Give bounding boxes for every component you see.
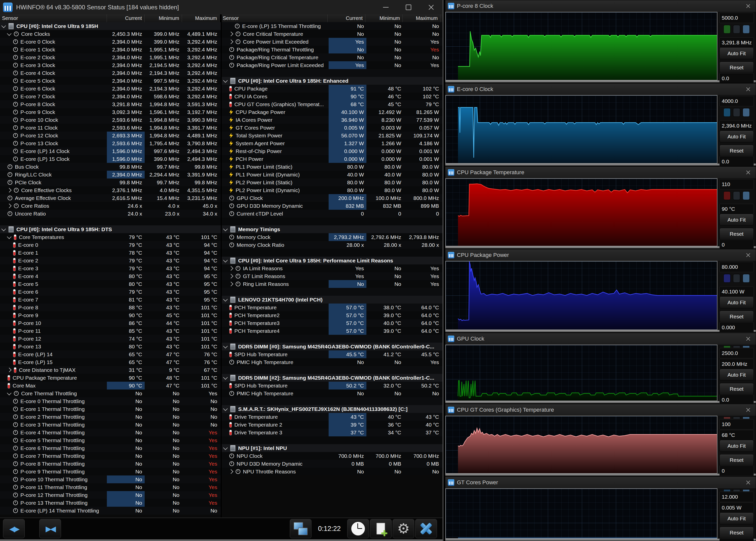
sensor-section-row[interactable]: CPU [#0]: Intel Core Ultra 9 185H: Enhan…	[222, 77, 443, 85]
sensor-row[interactable]: Core Effective Clocks2,376.1 MHz4.0 MHz4…	[0, 186, 221, 194]
chevron-down-icon[interactable]	[223, 78, 227, 83]
graph-color-swatch[interactable]	[723, 346, 731, 348]
report-button[interactable]	[370, 519, 392, 538]
sensor-row[interactable]: E-core 7 Thermal ThrottlingNoNoYes	[0, 452, 221, 460]
sensor-row[interactable]: Core Max90 °C47 °C101 °C	[0, 382, 221, 389]
sensor-row[interactable]: E-core 6 Thermal ThrottlingNoNoYes	[0, 444, 221, 452]
graph-color-swatch[interactable]	[743, 346, 750, 348]
graph-color-swatch[interactable]	[733, 417, 740, 419]
sensor-row[interactable]: GT Cores Power0.005 W0.003 W0.057 W	[222, 124, 443, 132]
sensor-row[interactable]: P-core 11 Thermal ThrottlingNoNoYes	[0, 483, 221, 491]
sensor-row[interactable]: E-core 2 Clock2,394.0 MHz1,995.1 MHz3,29…	[0, 53, 221, 61]
graph-color-swatch[interactable]	[733, 346, 740, 348]
graph-color-swatch[interactable]	[723, 274, 731, 282]
sensor-row[interactable]: PL2 Power Limit (Static)80.0 W80.0 W80.0…	[222, 179, 443, 186]
graph-color-swatch[interactable]	[723, 191, 731, 200]
sensor-row[interactable]: P-core 12 Thermal ThrottlingNoNoYes	[0, 491, 221, 499]
sensor-row[interactable]: E-core (LP) 15 Clock1,596.0 MHz399.0 MHz…	[0, 155, 221, 163]
reset-button[interactable]: Reset	[719, 383, 754, 395]
graph-color-swatch[interactable]	[733, 489, 740, 491]
sensor-row[interactable]: P-core 1274 °C43 °C101 °C	[0, 335, 221, 342]
panel-close-icon[interactable]	[746, 170, 751, 175]
sensor-row[interactable]: PCH Temperature357.0 °C40.0 °C64.0 °C	[222, 319, 443, 327]
chevron-right-icon[interactable]	[7, 204, 11, 208]
chevron-right-icon[interactable]	[7, 367, 11, 372]
scale-max-box[interactable]: 12.000	[719, 492, 754, 502]
sensor-row[interactable]: E-core 2 Thermal ThrottlingNoNoNo	[0, 413, 221, 421]
scale-min-box[interactable]: 0.000	[719, 322, 754, 332]
sensor-row[interactable]: Package/Ring Critical TemperatureNoNoNo	[222, 53, 443, 61]
sensor-row[interactable]: E-core 0 Clock2,394.0 MHz399.0 MHz3,292.…	[0, 38, 221, 46]
sensor-row[interactable]: Drive Temperature43 °C40 °C43 °C	[222, 413, 443, 421]
sensor-row[interactable]: E-core 279 °C43 °C94 °C	[0, 257, 221, 265]
sensor-row[interactable]: P-core 10 Clock2,593.6 MHz1,994.8 MHz3,9…	[0, 116, 221, 124]
chevron-right-icon[interactable]	[228, 32, 233, 36]
sensor-row[interactable]: P-core 888 °C43 °C101 °C	[0, 303, 221, 311]
sensor-row[interactable]: P-core 8 Thermal ThrottlingNoNoYes	[0, 460, 221, 468]
scale-max-box[interactable]: 4000.0	[719, 96, 754, 106]
panel-close-icon[interactable]	[746, 336, 751, 341]
sensor-row[interactable]: E-core (LP) 14 Clock1,596.0 MHz997.6 MHz…	[0, 147, 221, 155]
sensor-row[interactable]: Core Temperatures79 °C43 °C101 °C	[0, 233, 221, 241]
sensor-row[interactable]: SPD Hub Temperature50.2 °C32.0 °C50.2 °C	[222, 382, 443, 389]
sensor-row[interactable]: Current cTDP Level000	[222, 210, 443, 218]
panel-close-icon[interactable]	[746, 480, 751, 485]
sensor-row[interactable]: P-core 990 °C45 °C101 °C	[0, 311, 221, 319]
scale-min-box[interactable]: 0.0	[719, 73, 754, 83]
sensor-row[interactable]: P-core 1380 °C43 °C101 °C	[0, 342, 221, 350]
collapse-columns-button[interactable]	[39, 519, 61, 538]
sensor-row[interactable]: NPU Clock700.0 MHz700.0 MHz700.0 MHz	[222, 452, 443, 460]
auto-fit-button[interactable]: Auto Fit	[719, 297, 754, 308]
sensor-row[interactable]: E-core 3 Thermal ThrottlingNoNoNo	[0, 421, 221, 428]
scale-max-box[interactable]: 80.000	[719, 262, 754, 272]
sensor-row[interactable]: P-core 13 Thermal ThrottlingNoNoYes	[0, 499, 221, 507]
sensor-row[interactable]: P-core 9 Clock3,092.3 MHz1,596.1 MHz3,19…	[0, 108, 221, 116]
sensor-row[interactable]: E-core 178 °C43 °C94 °C	[0, 249, 221, 257]
graph-color-swatch[interactable]	[743, 108, 750, 117]
sensor-row[interactable]: PL1 Power Limit (Dynamic)40.0 W40.0 W80.…	[222, 171, 443, 179]
graph-color-swatch[interactable]	[723, 108, 731, 117]
sensor-row[interactable]: Drive Temperature 239 °C36 °C40 °C	[222, 421, 443, 428]
auto-fit-button[interactable]: Auto Fit	[719, 440, 754, 452]
sensor-row[interactable]: PCIe Clock99.8 MHz99.7 MHz99.8 MHz	[0, 179, 221, 186]
chevron-down-icon[interactable]	[7, 391, 11, 395]
sensor-section-row[interactable]: LENOVO 21KTS4H700 (Intel PCH)	[222, 296, 443, 303]
sensor-row[interactable]: E-core 480 °C43 °C95 °C	[0, 272, 221, 280]
chevron-down-icon[interactable]	[223, 445, 227, 450]
sensor-row[interactable]: Total System Power56.070 W21.825 W109.17…	[222, 132, 443, 139]
sensor-row[interactable]: CPU Package Power40.100 W12.492 W81.265 …	[222, 108, 443, 116]
chevron-right-icon[interactable]	[7, 188, 11, 192]
reset-button[interactable]: Reset	[719, 145, 754, 157]
chevron-down-icon[interactable]	[223, 406, 227, 411]
sensor-row[interactable]: CPU GT Cores (Graphics) Temperat...68 °C…	[222, 100, 443, 108]
sensor-row[interactable]: E-core 5 Thermal ThrottlingNoNoYes	[0, 436, 221, 444]
sensor-row[interactable]: Core Ratios24.6 x4.0 x45.0 x	[0, 202, 221, 210]
chevron-right-icon[interactable]	[228, 469, 233, 474]
sensor-row[interactable]: Drive Temperature 337 °C34 °C37 °C	[222, 428, 443, 436]
sensor-row[interactable]: SPD Hub Temperature45.5 °C41.2 °C45.5 °C	[222, 350, 443, 358]
auto-fit-button[interactable]: Auto Fit	[719, 131, 754, 143]
expand-columns-button[interactable]	[3, 519, 25, 538]
sensor-row[interactable]: GPU D3D Memory Dynamic832 MB832 MB899 MB	[222, 202, 443, 210]
sensor-section-row[interactable]: S.M.A.R.T.: SKHynix_HFS002TEJ9X162N (BJE…	[222, 405, 443, 413]
sensor-row[interactable]: Memory Clock Ratio28.00 x28.00 x28.00 x	[222, 241, 443, 249]
sensor-row[interactable]: P-core 9 Thermal ThrottlingNoNoYes	[0, 468, 221, 475]
chevron-right-icon[interactable]	[228, 266, 233, 270]
quit-button[interactable]	[415, 519, 437, 538]
sensor-row[interactable]: E-core 580 °C43 °C95 °C	[0, 280, 221, 288]
chevron-down-icon[interactable]	[223, 258, 227, 263]
sensor-row[interactable]: IA Cores Power36.940 W8.230 W77.539 W	[222, 116, 443, 124]
sensor-row[interactable]: E-core 781 °C43 °C95 °C	[0, 296, 221, 303]
sensor-row[interactable]: Core Thermal ThrottlingNoNoYes	[0, 389, 221, 397]
sensor-row[interactable]: P-core 10 Thermal ThrottlingNoNoYes	[0, 475, 221, 483]
sensor-row[interactable]: E-core 0 Thermal ThrottlingNoNoNo	[0, 397, 221, 405]
sensor-row[interactable]: Memory Clock2,793.2 MHz2,792.6 MHz2,793.…	[222, 233, 443, 241]
scale-min-box[interactable]: 0.000	[719, 538, 754, 541]
reset-button[interactable]: Reset	[719, 62, 754, 73]
auto-fit-button[interactable]: Auto Fit	[719, 214, 754, 226]
scale-max-box[interactable]: 100	[719, 419, 754, 429]
chevron-right-icon[interactable]	[228, 274, 233, 278]
sensor-row[interactable]: Core Power Limit ExceededYesNoYes	[222, 38, 443, 46]
sensor-row[interactable]: Average Effective Clock2,616.5 MHz15.4 M…	[0, 194, 221, 202]
chevron-right-icon[interactable]	[228, 39, 233, 44]
